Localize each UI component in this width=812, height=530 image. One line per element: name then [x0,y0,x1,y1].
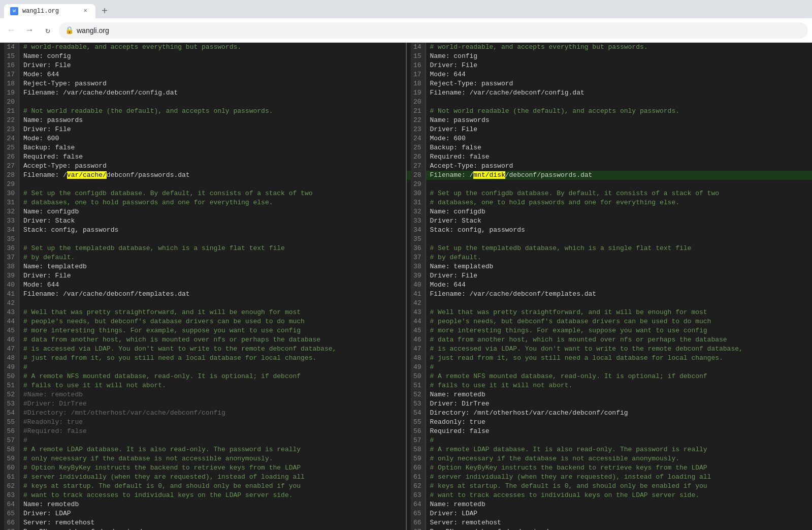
line-indicator [0,226,4,235]
line-indicator [407,152,411,162]
line-number: 59 [4,454,19,463]
table-row: 34Stack: config, passwords [0,226,406,235]
line-indicator [407,527,411,530]
line-content: Filename: /mnt/disk/debconf/passwords.da… [426,171,813,180]
browser-tab[interactable]: w wangli.org × [4,4,95,18]
line-content: # Set up the templatedb database, which … [19,244,406,253]
back-button[interactable]: ← [4,23,18,38]
line-number: 38 [411,262,426,271]
line-indicator [0,79,4,88]
line-indicator [0,253,4,262]
line-number: 56 [411,427,426,436]
line-indicator [407,372,411,381]
line-content: Stack: config, passwords [19,226,406,235]
line-indicator [0,372,4,381]
line-number: 14 [4,43,19,52]
line-number: 28 [411,171,426,180]
line-indicator [0,189,4,198]
table-row: 18Reject-Type: password [407,79,813,88]
line-indicator [0,436,4,445]
table-row: 36# Set up the templatedb database, whic… [0,244,406,253]
forward-button[interactable]: → [22,23,37,38]
line-content: # only necessary if the database is not … [19,454,406,463]
table-row: 35 [407,235,813,244]
line-indicator [0,308,4,317]
tab-close-button[interactable]: × [81,7,89,15]
line-number: 34 [4,226,19,235]
table-row: 42 [407,299,813,308]
line-indicator [407,390,411,399]
table-row: 37# by default. [0,253,406,262]
line-content [19,180,406,189]
line-indicator [407,244,411,253]
line-content: # Well that was pretty straightforward, … [426,308,813,317]
line-content [19,299,406,308]
line-number: 47 [4,345,19,354]
line-indicator [0,171,4,180]
table-row: 57# [0,436,406,445]
line-indicator [407,409,411,418]
line-number: 40 [4,280,19,290]
table-row: 35 [0,235,406,244]
table-row: 20 [0,98,406,107]
left-code[interactable]: 14# world-readable, and accepts everythi… [0,43,406,530]
table-row: 50# A remote NFS mounted database, read-… [407,372,813,381]
table-row: 21# Not world readable (the default), an… [407,107,813,116]
right-code[interactable]: 14# world-readable, and accepts everythi… [407,43,813,530]
line-number: 26 [411,152,426,162]
table-row: 63# want to track accesses to individual… [0,491,406,500]
line-content: Name: config [426,52,813,61]
line-number: 54 [4,409,19,418]
line-content: Driver: Stack [19,216,406,226]
line-indicator [0,125,4,134]
table-row: 16Driver: File [407,61,813,70]
line-indicator [0,198,4,207]
table-row: 22Name: passwords [0,116,406,125]
line-number: 51 [4,381,19,390]
line-indicator [0,290,4,299]
table-row: 59# only necessary if the database is no… [0,454,406,463]
table-row: 47# is accessed via LDAP. You don't want… [0,345,406,354]
line-number: 38 [4,262,19,271]
table-row: 15Name: config [407,52,813,61]
table-row: 26Required: false [407,152,813,162]
line-indicator [0,482,4,491]
line-number: 47 [411,345,426,354]
line-indicator [0,418,4,427]
line-content [19,235,406,244]
line-number: 61 [411,473,426,482]
line-number: 48 [411,354,426,363]
table-row: 27Accept-Type: password [407,162,813,171]
line-indicator [407,253,411,262]
line-indicator [407,107,411,116]
line-number: 43 [4,308,19,317]
line-number: 57 [411,436,426,445]
table-row: 16Driver: File [0,61,406,70]
table-row: 43# Well that was pretty straightforward… [407,308,813,317]
line-indicator [407,216,411,226]
line-content: # only necessary if the database is not … [426,454,813,463]
table-row: 53#Driver: DirTree [0,399,406,409]
line-indicator [407,98,411,107]
line-indicator [407,88,411,98]
line-number: 30 [411,189,426,198]
line-content: Name: passwords [19,116,406,125]
line-content: # fails to use it it will not abort. [426,381,813,390]
line-indicator [407,326,411,335]
line-number: 39 [411,271,426,280]
table-row: 34Stack: config, passwords [407,226,813,235]
line-indicator [0,354,4,363]
table-row: 33Driver: Stack [0,216,406,226]
table-row: 45# more interesting things. For example… [407,326,813,335]
line-indicator [407,427,411,436]
line-number: 49 [411,363,426,372]
table-row: 50# A remote NFS mounted database, read-… [0,372,406,381]
line-content: # world-readable, and accepts everything… [426,43,813,52]
line-content: # more interesting things. For example, … [19,326,406,335]
refresh-button[interactable]: ↻ [41,23,55,38]
new-tab-button[interactable]: + [98,4,112,18]
url-bar[interactable]: 🔒 wangli.org [59,22,808,39]
line-content: Mode: 644 [19,70,406,79]
table-row: 14# world-readable, and accepts everythi… [0,43,406,52]
line-number: 67 [411,527,426,530]
